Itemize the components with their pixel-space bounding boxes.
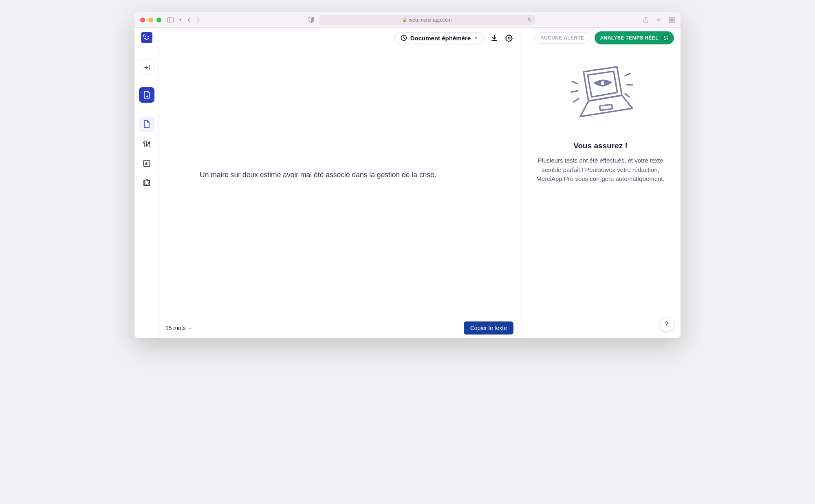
svg-rect-0 bbox=[167, 18, 174, 22]
svg-point-13 bbox=[508, 37, 510, 39]
browser-window: ▾ 🔒 web.merci-app.com ↻ bbox=[134, 12, 681, 338]
browser-toolbar-left: ▾ bbox=[167, 18, 200, 22]
app-body: Document éphémère ▼ Un maire sur deux e bbox=[134, 28, 681, 338]
right-panel-content: Vous assurez ! Plusieurs tests ont été e… bbox=[520, 48, 681, 338]
svg-rect-5 bbox=[672, 20, 674, 22]
main-bottombar: 15 mots ▲ Copier le texte bbox=[159, 318, 520, 338]
sidebar-collapse-button[interactable] bbox=[139, 59, 154, 75]
tab-overview-icon[interactable] bbox=[669, 17, 675, 23]
privacy-shield-icon[interactable] bbox=[308, 17, 314, 23]
realtime-label: ANALYSE TEMPS RÉEL bbox=[600, 35, 659, 41]
svg-rect-15 bbox=[599, 104, 612, 110]
text-editor[interactable]: Un maire sur deux estime avoir mal été a… bbox=[159, 48, 520, 318]
browser-chrome: ▾ 🔒 web.merci-app.com ↻ bbox=[134, 12, 681, 28]
word-count[interactable]: 15 mots ▲ bbox=[165, 325, 192, 331]
svg-point-14 bbox=[600, 80, 605, 86]
right-topbar: AUCUNE ALERTE ANALYSE TEMPS RÉEL bbox=[520, 28, 681, 48]
window-maximize-button[interactable] bbox=[156, 18, 161, 22]
nav-back-button[interactable] bbox=[187, 18, 191, 22]
realtime-status-icon bbox=[662, 34, 670, 42]
refresh-icon[interactable]: ↻ bbox=[528, 17, 532, 23]
share-icon[interactable] bbox=[643, 17, 649, 23]
right-panel: AUCUNE ALERTE ANALYSE TEMPS RÉEL bbox=[520, 28, 681, 338]
settings-button[interactable] bbox=[504, 33, 513, 42]
no-alert-badge: AUCUNE ALERTE bbox=[534, 32, 590, 44]
right-panel-paragraph: Plusieurs tests ont été effectués, et vo… bbox=[531, 156, 670, 184]
svg-rect-2 bbox=[670, 18, 672, 20]
copy-text-button[interactable]: Copier le texte bbox=[464, 321, 513, 335]
lock-icon: 🔒 bbox=[402, 18, 407, 22]
right-panel-heading: Vous assurez ! bbox=[531, 141, 670, 150]
svg-rect-3 bbox=[672, 18, 674, 20]
nav-forward-button[interactable] bbox=[196, 18, 200, 22]
help-label: ? bbox=[665, 321, 669, 328]
url-bar[interactable]: 🔒 web.merci-app.com ↻ bbox=[319, 15, 535, 25]
sidebar-toggle-icon[interactable] bbox=[167, 18, 174, 22]
new-tab-icon[interactable] bbox=[656, 17, 662, 23]
editor-content: Un maire sur deux estime avoir mal été a… bbox=[200, 169, 436, 180]
svg-point-9 bbox=[146, 144, 148, 146]
word-count-label: 15 mots bbox=[165, 325, 186, 331]
main-area: Document éphémère ▼ Un maire sur deux e bbox=[159, 28, 520, 338]
laptop-illustration bbox=[531, 64, 670, 128]
clock-icon bbox=[401, 35, 407, 41]
document-type-label: Document éphémère bbox=[410, 35, 471, 42]
help-button[interactable]: ? bbox=[659, 317, 674, 332]
sidebar-settings-sliders[interactable] bbox=[139, 136, 154, 152]
svg-point-6 bbox=[145, 36, 146, 37]
document-type-dropdown[interactable]: Document éphémère ▼ bbox=[394, 32, 484, 44]
realtime-analysis-button[interactable]: ANALYSE TEMPS RÉEL bbox=[595, 31, 674, 44]
svg-rect-4 bbox=[670, 20, 672, 22]
browser-toolbar-right bbox=[643, 17, 675, 23]
sidebar-document[interactable] bbox=[139, 117, 154, 132]
chevron-down-icon[interactable]: ▾ bbox=[179, 18, 181, 22]
triangle-up-icon: ▲ bbox=[188, 326, 192, 330]
sidebar-extension[interactable] bbox=[139, 175, 154, 191]
sidebar-new-document[interactable] bbox=[139, 87, 154, 103]
app-logo[interactable] bbox=[141, 32, 152, 43]
traffic-lights bbox=[140, 18, 161, 22]
svg-point-7 bbox=[148, 36, 149, 37]
svg-point-10 bbox=[148, 142, 150, 144]
window-close-button[interactable] bbox=[140, 18, 145, 22]
download-button[interactable] bbox=[490, 33, 499, 42]
svg-point-8 bbox=[143, 142, 145, 143]
url-text: web.merci-app.com bbox=[409, 17, 452, 23]
left-sidebar bbox=[134, 28, 159, 338]
caret-down-icon: ▼ bbox=[474, 36, 478, 40]
window-minimize-button[interactable] bbox=[148, 18, 153, 22]
sidebar-stats[interactable] bbox=[139, 156, 154, 171]
main-topbar: Document éphémère ▼ bbox=[159, 28, 520, 48]
browser-center: 🔒 web.merci-app.com ↻ bbox=[200, 15, 643, 25]
